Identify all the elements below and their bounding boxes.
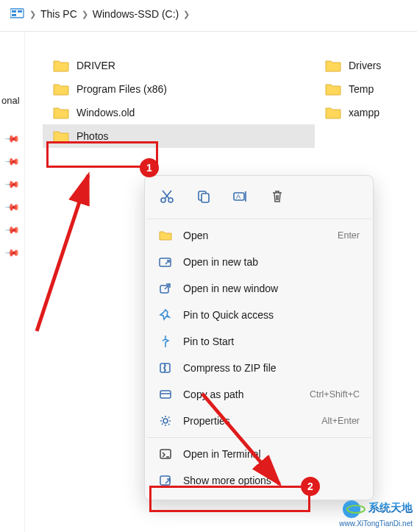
watermark-title: 系统天地 xyxy=(368,501,413,514)
menu-label: Pin to Start xyxy=(183,336,360,347)
svg-rect-2 xyxy=(18,10,22,13)
menu-show-more-options[interactable]: Show more options xyxy=(145,467,373,494)
menu-label: Open xyxy=(183,230,327,241)
folder-item-selected[interactable]: Photos xyxy=(43,124,315,148)
menu-label: Compress to ZIP file xyxy=(183,362,360,374)
folder-label: Temp xyxy=(349,83,374,95)
menu-label: Open in Terminal xyxy=(183,448,360,460)
svg-text:A: A xyxy=(236,193,240,200)
chevron-right-icon: ❯ xyxy=(183,10,190,19)
menu-pin-quick-access[interactable]: Pin to Quick access xyxy=(145,302,373,328)
context-menu: A Open Enter Open in new tab Open in new… xyxy=(144,175,374,500)
more-options-icon xyxy=(158,473,173,488)
menu-label: Properties xyxy=(183,415,311,427)
pin-icon: 📌 xyxy=(4,177,21,193)
chevron-right-icon: ❯ xyxy=(82,10,88,19)
menu-copy-as-path[interactable]: Copy as path Ctrl+Shift+C xyxy=(145,381,373,408)
pin-icon: 📌 xyxy=(4,199,21,216)
menu-label: Open in new tab xyxy=(183,256,360,268)
folder-item[interactable]: Drivers xyxy=(315,54,410,77)
folder-item[interactable]: Temp xyxy=(315,77,410,101)
terminal-icon xyxy=(158,447,173,461)
menu-open[interactable]: Open Enter xyxy=(145,222,373,249)
menu-label: Copy as path xyxy=(183,389,299,400)
svg-rect-15 xyxy=(160,391,171,398)
folder-label: Program Files (x86) xyxy=(76,83,167,95)
cut-button[interactable] xyxy=(157,186,177,207)
menu-label: Pin to Quick access xyxy=(183,309,360,321)
separator xyxy=(146,437,371,438)
folder-icon xyxy=(325,106,341,119)
nav-sidebar: onal 📌 📌 📌 📌 📌 📌 xyxy=(0,32,25,532)
rename-button[interactable]: A xyxy=(230,186,251,207)
folder-label: Drivers xyxy=(349,60,381,71)
menu-accelerator: Alt+Enter xyxy=(321,416,360,426)
folder-label: DRIVER xyxy=(76,60,115,71)
svg-rect-1 xyxy=(12,10,16,13)
pin-icon: 📌 xyxy=(4,131,21,147)
separator xyxy=(146,219,371,219)
menu-label: Open in new window xyxy=(183,283,360,294)
annotation-badge-1: 1 xyxy=(140,158,159,177)
menu-open-terminal[interactable]: Open in Terminal xyxy=(145,441,373,467)
pin-start-icon xyxy=(158,334,173,349)
zip-icon xyxy=(158,361,173,375)
pin-icon: 📌 xyxy=(4,154,21,170)
folder-item[interactable]: DRIVER xyxy=(43,54,315,77)
watermark-url: www.XiTongTianDi.net xyxy=(339,519,413,528)
pc-icon xyxy=(10,7,25,21)
folder-label: xampp xyxy=(349,107,379,118)
context-menu-icon-row: A xyxy=(145,182,373,216)
menu-accelerator: Enter xyxy=(338,230,360,241)
folder-item[interactable]: Program Files (x86) xyxy=(43,77,315,101)
folder-icon xyxy=(53,82,69,96)
folder-icon xyxy=(325,82,341,96)
menu-accelerator: Ctrl+Shift+C xyxy=(310,389,360,400)
pin-icon: 📌 xyxy=(4,245,21,261)
menu-open-new-window[interactable]: Open in new window xyxy=(145,275,373,302)
svg-rect-0 xyxy=(10,9,24,18)
svg-point-20 xyxy=(343,500,360,518)
copypath-icon xyxy=(158,387,173,402)
folder-item[interactable]: xampp xyxy=(315,101,410,124)
menu-open-new-tab[interactable]: Open in new tab xyxy=(145,249,373,275)
menu-label: Show more options xyxy=(183,475,360,486)
tab-icon xyxy=(158,255,173,269)
breadcrumb-item[interactable]: This PC xyxy=(40,8,77,20)
folder-icon xyxy=(325,59,341,72)
folder-label: Windows.old xyxy=(76,107,135,118)
menu-compress-zip[interactable]: Compress to ZIP file xyxy=(145,355,373,381)
svg-point-16 xyxy=(163,419,168,423)
folder-icon xyxy=(53,130,69,143)
properties-icon xyxy=(158,414,173,428)
breadcrumb-item[interactable]: Windows-SSD (C:) xyxy=(93,8,179,20)
folder-icon xyxy=(53,59,69,72)
delete-button[interactable] xyxy=(267,186,288,207)
copy-button[interactable] xyxy=(193,186,214,207)
external-icon xyxy=(158,281,173,296)
folder-icon xyxy=(53,106,69,119)
chevron-right-icon: ❯ xyxy=(29,10,36,19)
folder-open-icon xyxy=(158,228,173,243)
svg-rect-3 xyxy=(12,14,16,16)
folder-label: Photos xyxy=(76,130,109,142)
watermark: 系统天地 www.XiTongTianDi.net xyxy=(339,499,413,528)
svg-rect-8 xyxy=(202,194,209,202)
sidebar-label-fragment: onal xyxy=(0,95,20,106)
folder-item[interactable]: Windows.old xyxy=(43,101,315,124)
menu-pin-start[interactable]: Pin to Start xyxy=(145,328,373,355)
annotation-badge-2: 2 xyxy=(301,477,320,496)
menu-properties[interactable]: Properties Alt+Enter xyxy=(145,408,373,434)
pin-quick-icon xyxy=(158,308,173,322)
breadcrumb[interactable]: ❯ This PC ❯ Windows-SSD (C:) ❯ xyxy=(0,0,417,32)
pin-icon: 📌 xyxy=(4,222,21,238)
